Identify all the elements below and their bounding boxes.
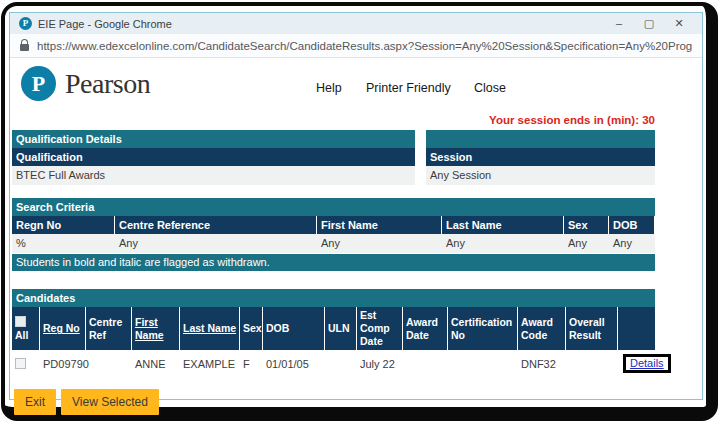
- select-all-checkbox[interactable]: [15, 316, 26, 327]
- award-code-cell: DNF32: [518, 350, 566, 377]
- centre-reference-header: Centre Reference: [115, 216, 317, 234]
- pearson-logo-icon: P: [21, 66, 56, 101]
- withdrawn-note: Students in bold and italic are flagged …: [12, 254, 655, 271]
- candidates-title: Candidates: [12, 289, 655, 307]
- details-link[interactable]: Details: [630, 357, 664, 369]
- sex-value: Any: [564, 234, 609, 253]
- address-bar[interactable]: https://www.edexcelonline.com/CandidateS…: [10, 34, 702, 58]
- dob-cell: 01/01/05: [263, 350, 325, 377]
- row-checkbox-cell: [12, 350, 40, 377]
- pearson-logo: P Pearson: [21, 66, 150, 101]
- qualification-details-title: Qualification Details: [12, 130, 415, 148]
- session-value: Any Session: [426, 166, 655, 185]
- qualification-details-title-spacer: [426, 130, 655, 148]
- nav-help-link[interactable]: Help: [316, 81, 342, 95]
- regn-no-value: %: [12, 234, 115, 253]
- uln-cell: [325, 350, 357, 377]
- sex-header: Sex: [564, 216, 609, 234]
- window-controls: – ▢ ✕: [604, 13, 694, 34]
- certification-no-header: Certification No: [448, 307, 518, 350]
- session-column-header: Session: [426, 148, 655, 166]
- centre-ref-header: Centre Ref: [86, 307, 132, 350]
- url-text[interactable]: https://www.edexcelonline.com/CandidateS…: [37, 40, 692, 52]
- secure-lock-icon: [20, 44, 29, 51]
- maximize-button[interactable]: ▢: [634, 13, 664, 34]
- dob-header: DOB: [609, 216, 655, 234]
- first-name-value: Any: [317, 234, 442, 253]
- reg-no-header[interactable]: Reg No: [40, 307, 86, 350]
- row-checkbox[interactable]: [15, 358, 26, 369]
- dob-header: DOB: [263, 307, 325, 350]
- reg-no-cell: PD09790: [40, 350, 86, 377]
- brand-bar: P Pearson Help Printer Friendly Close: [10, 65, 702, 113]
- last-name-header[interactable]: Last Name: [180, 307, 240, 350]
- select-all-cell: All: [12, 307, 40, 350]
- award-date-cell: [403, 350, 448, 377]
- centre-reference-value: Any: [115, 234, 317, 253]
- last-name-cell: EXAMPLE: [180, 350, 240, 377]
- qualification-column-header: Qualification: [12, 148, 415, 166]
- last-name-value: Any: [442, 234, 564, 253]
- candidate-row: PD09790 ANNE EXAMPLE F 01/01/05 July 22 …: [12, 350, 655, 377]
- search-criteria-title: Search Criteria: [12, 198, 655, 216]
- exit-button[interactable]: Exit: [14, 389, 56, 415]
- title-bar: P EIE Page - Google Chrome – ▢ ✕: [10, 13, 702, 34]
- details-highlight-box: Details: [623, 354, 671, 373]
- first-name-header: First Name: [317, 216, 442, 234]
- sex-cell: F: [240, 350, 263, 377]
- certification-no-cell: [448, 350, 518, 377]
- centre-ref-cell: [86, 350, 132, 377]
- minimize-button[interactable]: –: [604, 13, 634, 34]
- regn-no-header: Regn No: [12, 216, 115, 234]
- last-name-header: Last Name: [442, 216, 564, 234]
- uln-header: ULN: [325, 307, 357, 350]
- select-all-label: All: [15, 329, 28, 342]
- pearson-wordmark: Pearson: [65, 68, 150, 100]
- sex-header: Sex: [240, 307, 263, 350]
- award-date-header: Award Date: [403, 307, 448, 350]
- main-content: Your session ends in (min): 30 Qualifica…: [10, 114, 656, 415]
- nav-close-link[interactable]: Close: [474, 81, 506, 95]
- award-code-header: Award Code: [518, 307, 566, 350]
- details-column-header: [618, 307, 655, 350]
- est-comp-date-cell: July 22: [357, 350, 403, 377]
- session-timeout-notice: Your session ends in (min): 30: [12, 114, 655, 126]
- first-name-header[interactable]: First Name: [132, 307, 180, 350]
- pearson-favicon-icon: P: [19, 17, 32, 30]
- window-title: EIE Page - Google Chrome: [38, 18, 598, 30]
- overall-result-cell: [566, 350, 618, 377]
- qualification-value: BTEC Full Awards: [12, 166, 415, 185]
- est-comp-date-header: Est Comp Date: [357, 307, 403, 350]
- search-criteria-table: Regn No Centre Reference First Name Last…: [12, 216, 655, 253]
- close-window-button[interactable]: ✕: [664, 13, 694, 34]
- nav-printer-friendly-link[interactable]: Printer Friendly: [366, 81, 451, 95]
- page-content: P Pearson Help Printer Friendly Close Yo…: [10, 65, 702, 408]
- view-selected-button[interactable]: View Selected: [61, 389, 159, 415]
- action-buttons: Exit View Selected: [14, 389, 656, 415]
- candidates-header-row: All Reg No Centre Ref First Name Last Na…: [12, 307, 655, 350]
- details-cell: Details: [618, 350, 655, 377]
- browser-window: P EIE Page - Google Chrome – ▢ ✕ https:/…: [9, 12, 703, 400]
- dob-value: Any: [609, 234, 655, 253]
- first-name-cell: ANNE: [132, 350, 180, 377]
- qualification-details-table: Qualification Details Qualification Sess…: [12, 130, 655, 185]
- overall-result-header: Overall Result: [566, 307, 618, 350]
